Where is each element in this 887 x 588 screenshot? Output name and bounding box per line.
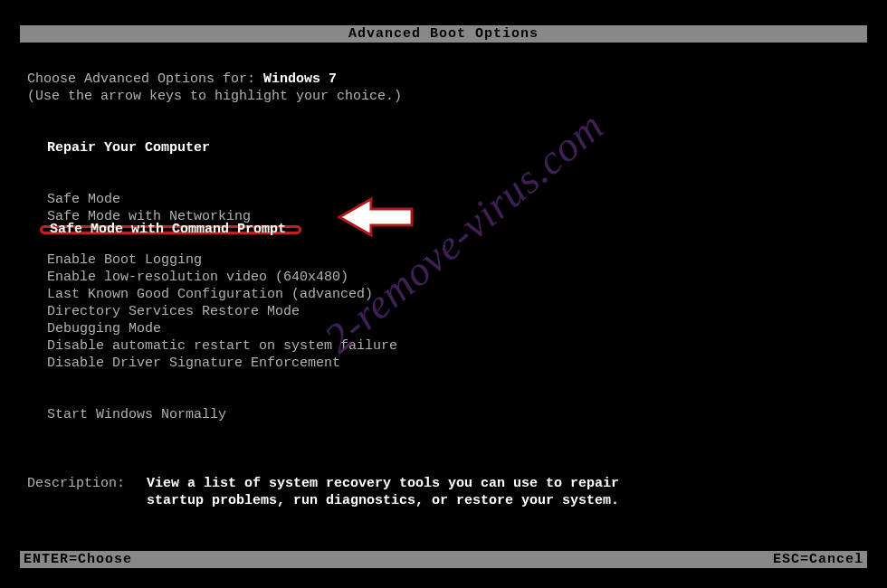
content-area: Choose Advanced Options for: Windows 7 (… (27, 71, 869, 509)
description-line2: startup problems, run diagnostics, or re… (147, 492, 619, 509)
menu-disable-restart[interactable]: Disable automatic restart on system fail… (47, 337, 869, 355)
description-label: Description: (27, 475, 147, 509)
os-name: Windows 7 (263, 71, 337, 87)
menu-boot-logging[interactable]: Enable Boot Logging (47, 251, 869, 269)
prompt-line: Choose Advanced Options for: Windows 7 (27, 71, 869, 88)
footer-esc: ESC=Cancel (773, 551, 863, 568)
description-row: Description: View a list of system recov… (27, 475, 869, 509)
menu-disable-driver-sig[interactable]: Disable Driver Signature Enforcement (47, 355, 869, 372)
footer-bar: ENTER=Choose ESC=Cancel (20, 551, 867, 568)
menu-last-known-good[interactable]: Last Known Good Configuration (advanced) (47, 286, 869, 303)
menu-safe-mode-cmd-highlighted[interactable]: Safe Mode with Command Prompt (40, 225, 301, 234)
title-bar: Advanced Boot Options (20, 25, 867, 43)
footer-enter: ENTER=Choose (24, 551, 132, 568)
instruction-line: (Use the arrow keys to highlight your ch… (27, 88, 869, 105)
menu-debugging[interactable]: Debugging Mode (47, 320, 869, 337)
menu-low-res[interactable]: Enable low-resolution video (640x480) (47, 269, 869, 286)
pointer-arrow-icon (335, 194, 416, 244)
menu-directory-services[interactable]: Directory Services Restore Mode (47, 303, 869, 320)
menu-safe-mode[interactable]: Safe Mode (47, 191, 869, 208)
description-line1: View a list of system recovery tools you… (147, 475, 619, 492)
prompt-prefix: Choose Advanced Options for: (27, 71, 263, 87)
menu-repair[interactable]: Repair Your Computer (47, 139, 869, 156)
menu-start-normally[interactable]: Start Windows Normally (47, 406, 869, 423)
